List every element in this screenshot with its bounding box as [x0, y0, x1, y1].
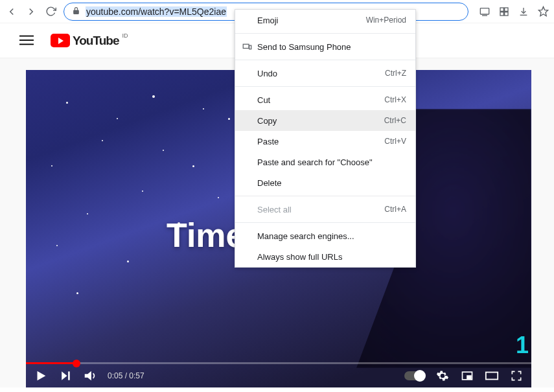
svg-marker-11: [62, 371, 67, 380]
time-display: 0:05 / 0:57: [108, 371, 144, 380]
ctx-copy[interactable]: CopyCtrl+C: [235, 110, 415, 131]
url-text: youtube.com/watch?v=ML5Qe2iae: [86, 6, 227, 17]
svg-marker-6: [538, 6, 548, 16]
country-code: ID: [122, 32, 128, 39]
ctx-full-urls[interactable]: Always show full URLs: [235, 246, 415, 267]
ctx-paste[interactable]: PasteCtrl+V: [235, 131, 415, 152]
settings-button[interactable]: [435, 369, 450, 383]
svg-rect-15: [467, 376, 471, 378]
svg-rect-16: [486, 373, 498, 380]
video-overlay-number: 1: [516, 332, 529, 359]
back-button[interactable]: [5, 5, 18, 18]
star-icon[interactable]: [537, 6, 549, 17]
ctx-send-to-phone[interactable]: Send to Samsung Phone: [235, 36, 415, 57]
svg-rect-9: [19, 43, 34, 45]
play-button[interactable]: [34, 369, 48, 383]
ctx-select-all[interactable]: Select allCtrl+A: [235, 199, 415, 220]
lock-icon: [72, 6, 80, 17]
forward-button[interactable]: [25, 5, 38, 18]
next-button[interactable]: [58, 369, 73, 383]
svg-rect-3: [505, 8, 508, 11]
download-icon[interactable]: [518, 6, 529, 17]
svg-rect-8: [19, 40, 34, 41]
svg-rect-5: [505, 12, 508, 15]
devices-icon: [242, 41, 252, 52]
ctx-cut[interactable]: CutCtrl+X: [235, 89, 415, 110]
miniplayer-button[interactable]: [460, 369, 474, 383]
svg-rect-0: [480, 8, 489, 14]
ctx-paste-search[interactable]: Paste and search for "Choose": [235, 152, 415, 172]
ctx-undo[interactable]: UndoCtrl+Z: [235, 63, 415, 84]
fullscreen-button[interactable]: [509, 369, 524, 383]
svg-rect-7: [19, 35, 34, 36]
ctx-delete[interactable]: Delete: [235, 172, 415, 193]
svg-rect-4: [500, 12, 503, 15]
autoplay-toggle[interactable]: [404, 371, 425, 380]
svg-rect-12: [68, 371, 70, 380]
youtube-wordmark: YouTube: [73, 34, 119, 48]
youtube-play-icon: [51, 34, 70, 47]
youtube-logo[interactable]: YouTube ID: [51, 34, 119, 48]
svg-rect-18: [249, 45, 251, 49]
extensions-icon[interactable]: [498, 6, 510, 17]
ctx-emoji[interactable]: EmojiWin+Period: [235, 10, 415, 30]
menu-button[interactable]: [19, 33, 35, 49]
svg-marker-10: [38, 371, 46, 381]
ctx-manage-engines[interactable]: Manage search engines...: [235, 225, 415, 246]
theater-button[interactable]: [485, 369, 499, 383]
cast-icon[interactable]: [479, 6, 491, 17]
player-controls: 0:05 / 0:57: [26, 364, 531, 387]
svg-marker-13: [85, 371, 91, 381]
context-menu: EmojiWin+Period Send to Samsung Phone Un…: [235, 9, 416, 268]
svg-rect-2: [500, 8, 503, 11]
volume-button[interactable]: [83, 369, 97, 383]
svg-rect-17: [243, 44, 249, 48]
reload-button[interactable]: [44, 5, 57, 18]
